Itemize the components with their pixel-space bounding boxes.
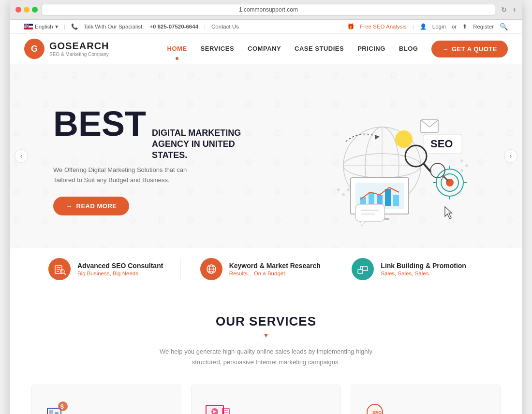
- minimize-button[interactable]: [24, 7, 30, 13]
- svg-rect-8: [369, 192, 374, 206]
- logo-name: GOSEARCH: [49, 41, 110, 52]
- read-more-button[interactable]: → READ MORE: [53, 197, 129, 215]
- hero-section: ‹ BEST DIGITAL MARKETING AGENCY IN UNITE…: [10, 64, 522, 248]
- gift-icon: 🎁: [347, 23, 354, 30]
- feature-keyword-title: Keyword & Market Research: [229, 262, 321, 270]
- keyword-research-icon: [205, 263, 218, 275]
- reload-icon[interactable]: ↻: [501, 6, 507, 14]
- read-more-label: READ MORE: [76, 202, 117, 210]
- nav-bar: G GOSEARCH SEO & Marketing Company. HOME…: [10, 34, 522, 64]
- svg-point-38: [460, 159, 463, 162]
- hero-prev-arrow[interactable]: ‹: [15, 149, 28, 163]
- divider-icon: [259, 333, 273, 339]
- top-bar: 🇬🇧 English ▾ | 📞 Talk With Our Spacialis…: [10, 20, 522, 34]
- svg-line-46: [64, 273, 65, 274]
- seo-icon-wrap: [48, 258, 71, 280]
- service-seo: SEO Search Engine Optimization Explain t…: [351, 385, 501, 414]
- phone-icon: 📞: [71, 23, 78, 30]
- nav-blog[interactable]: BLOG: [399, 45, 418, 53]
- maximize-button[interactable]: [32, 7, 38, 13]
- logo-tagline: SEO & Marketing Company.: [49, 52, 110, 57]
- svg-rect-59: [49, 410, 53, 414]
- feature-seo: Advanced SEO Consultant Big Business, Bi…: [48, 258, 180, 280]
- svg-point-35: [337, 188, 340, 191]
- svg-text:$: $: [60, 403, 64, 410]
- separator: |: [413, 24, 414, 29]
- section-divider: [24, 333, 508, 339]
- hero-title-big: BEST: [53, 106, 146, 141]
- service-display: Display Advertising Explain to you how a…: [191, 385, 341, 414]
- arrow-icon: →: [442, 45, 449, 53]
- feature-keyword-text: Keyword & Market Research Results... On …: [229, 262, 321, 276]
- chevron-down-icon: ▾: [55, 23, 58, 30]
- browser-chrome: 1.commonsupport.com ↻ +: [10, 0, 522, 20]
- feature-strip: Advanced SEO Consultant Big Business, Bi…: [10, 248, 522, 290]
- nav-company[interactable]: COMPANY: [248, 45, 281, 53]
- service-ppc: $ Pay Per Click Management Explain to yo…: [31, 385, 181, 414]
- seo-consultant-icon: [53, 263, 66, 275]
- svg-marker-31: [360, 221, 365, 226]
- arrow-icon: →: [66, 202, 73, 210]
- hero-content: BEST DIGITAL MARKETING AGENCY IN UNITED …: [24, 106, 247, 216]
- svg-line-26: [443, 176, 448, 181]
- link-icon-wrap: [352, 258, 374, 280]
- hero-title-sub: DIGITAL MARKETING AGENCY IN UNITED STATE…: [152, 128, 247, 161]
- traffic-lights: [15, 7, 38, 13]
- nav-case-studies[interactable]: CASE STUDIES: [295, 45, 344, 53]
- svg-rect-60: [55, 412, 59, 414]
- feature-link-text: Link Building & Promotion Sales, Sales, …: [381, 262, 466, 276]
- login-link[interactable]: Login: [432, 24, 446, 29]
- hero-description: We Offering Digital Marketing Solutions …: [53, 165, 208, 186]
- svg-point-34: [395, 130, 413, 148]
- feature-link-title: Link Building & Promotion: [381, 262, 466, 270]
- feature-keyword-subtitle: Results... On a Budget.: [229, 271, 321, 276]
- search-icon[interactable]: 🔍: [500, 23, 508, 30]
- nav-services[interactable]: SERVICES: [201, 45, 235, 53]
- separator: |: [204, 24, 206, 29]
- nav-pricing[interactable]: PRICING: [357, 45, 385, 53]
- link-building-icon: [356, 263, 369, 275]
- language-label: English: [35, 24, 53, 29]
- separator: |: [64, 24, 65, 29]
- svg-line-17: [424, 164, 430, 171]
- svg-point-39: [465, 164, 468, 167]
- svg-marker-57: [264, 334, 268, 338]
- svg-marker-33: [445, 207, 452, 219]
- feature-seo-subtitle: Big Business, Big Needs: [77, 271, 163, 276]
- svg-point-40: [460, 169, 463, 172]
- svg-text:SEO: SEO: [430, 138, 453, 150]
- keyword-icon-wrap: [200, 258, 222, 280]
- services-title: OUR SERVICES: [24, 314, 508, 329]
- logo-icon: G: [24, 39, 44, 59]
- expand-icon[interactable]: +: [513, 6, 517, 14]
- close-button[interactable]: [15, 7, 21, 13]
- address-bar[interactable]: 1.commonsupport.com: [42, 4, 495, 15]
- svg-rect-28: [355, 204, 384, 221]
- language-selector[interactable]: 🇬🇧 English ▾: [24, 23, 58, 30]
- seo-analysis-link[interactable]: Free SEO Analysis: [360, 24, 407, 29]
- feature-seo-title: Advanced SEO Consultant: [77, 262, 163, 270]
- logo: G GOSEARCH SEO & Marketing Company.: [24, 39, 110, 59]
- flag-icon: 🇬🇧: [24, 24, 33, 29]
- nav-home[interactable]: HOME: [167, 45, 187, 53]
- hero-next-arrow[interactable]: ›: [504, 149, 517, 163]
- svg-rect-53: [363, 267, 368, 271]
- svg-rect-11: [393, 195, 399, 206]
- feature-link-subtitle: Sales, Sales, Sales.: [381, 271, 466, 276]
- phone-label: Talk With Our Spacialist:: [84, 24, 144, 29]
- display-icon: [203, 400, 231, 414]
- user-icon: 👤: [420, 23, 427, 30]
- top-bar-right: 🎁 Free SEO Analysis | 👤 Login or ⬆ Regis…: [347, 23, 508, 30]
- feature-link: Link Building & Promotion Sales, Sales, …: [332, 258, 484, 280]
- svg-marker-32: [375, 135, 380, 140]
- register-link[interactable]: Register: [473, 24, 494, 29]
- contact-link[interactable]: Contact Us: [211, 24, 239, 29]
- logo-text: GOSEARCH SEO & Marketing Company.: [49, 41, 110, 57]
- feature-seo-text: Advanced SEO Consultant Big Business, Bi…: [77, 262, 163, 276]
- svg-point-36: [342, 193, 345, 196]
- get-quote-button[interactable]: → GET A QUOTE: [431, 41, 508, 57]
- get-quote-label: GET A QUOTE: [452, 45, 497, 53]
- phone-number: +0 625-07520-6644: [149, 24, 198, 29]
- top-bar-left: 🇬🇧 English ▾ | 📞 Talk With Our Spacialis…: [24, 23, 239, 30]
- svg-rect-52: [358, 270, 363, 273]
